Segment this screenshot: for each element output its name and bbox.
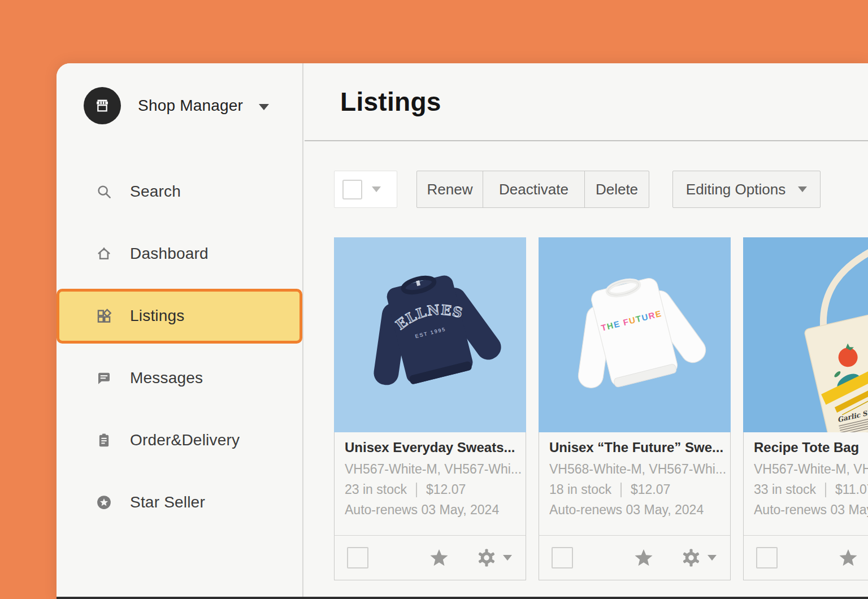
listing-image[interactable]: THE FUTURE	[539, 237, 731, 432]
sidebar-item-search[interactable]: Search	[57, 160, 302, 223]
chevron-down-icon	[798, 186, 807, 192]
listing-settings-dropdown[interactable]	[680, 547, 717, 568]
search-icon	[96, 183, 112, 200]
listing-card[interactable]: WELLNESS EST 1995 Unisex Everyday Sweats…	[334, 237, 526, 580]
listing-actions	[743, 535, 868, 580]
listings-grid-icon	[96, 307, 112, 324]
listing-stock: 23 in stock	[345, 482, 407, 497]
editing-options-dropdown[interactable]: Editing Options	[672, 171, 821, 208]
listing-card[interactable]: Garlic Shrimp Pasta	[743, 237, 868, 580]
sidebar-item-label: Order&Delivery	[130, 431, 240, 449]
screen-bottom-edge	[57, 597, 868, 599]
chevron-down-icon	[708, 555, 717, 561]
listing-checkbox[interactable]	[552, 547, 573, 568]
page-header: Listings	[305, 63, 868, 141]
listing-title: Unisex Everyday Sweats...	[345, 440, 526, 455]
sidebar-item-label: Listings	[130, 307, 185, 325]
listing-price: $11.07	[835, 482, 868, 497]
shop-avatar[interactable]	[84, 87, 121, 124]
listings-grid: WELLNESS EST 1995 Unisex Everyday Sweats…	[305, 237, 868, 580]
select-all-checkbox[interactable]	[342, 180, 362, 199]
listing-actions	[539, 535, 731, 580]
divider	[416, 483, 417, 497]
shop-manager-title: Shop Manager	[138, 97, 243, 115]
listings-toolbar: Renew Deactivate Delete Editing Options	[305, 171, 868, 208]
delete-button[interactable]: Delete	[584, 171, 649, 207]
main-content: Listings Renew Deactivate Delete Editing…	[305, 63, 868, 599]
editing-options-label: Editing Options	[686, 181, 785, 198]
listing-renewal: Auto-renews 03 May, 2024	[345, 502, 526, 518]
star-icon[interactable]	[428, 547, 450, 568]
home-icon	[96, 245, 112, 262]
listing-renewal: Auto-renews 03 May, 2024	[549, 502, 730, 518]
listing-image[interactable]: Garlic Shrimp Pasta	[743, 237, 868, 432]
listing-title: Recipe Tote Bag	[754, 440, 868, 455]
sidebar-nav: Search Dashboard	[57, 160, 302, 533]
clipboard-icon	[96, 432, 112, 449]
sidebar-item-star-seller[interactable]: Star Seller	[57, 471, 302, 533]
navy-sweatshirt-illustration: WELLNESS EST 1995	[334, 237, 526, 432]
sidebar-item-listings[interactable]: Listings	[57, 289, 302, 344]
page-title: Listings	[340, 86, 441, 117]
listing-actions	[334, 535, 526, 580]
chat-icon	[96, 370, 112, 387]
chevron-down-icon	[259, 104, 269, 110]
listing-image[interactable]: WELLNESS EST 1995	[334, 237, 526, 432]
listing-sku: VH567-White-M, VH567-Whi...	[345, 462, 526, 477]
listing-info: Unisex “The Future” Swe... VH568-White-M…	[539, 432, 731, 535]
gear-icon	[680, 547, 702, 568]
listing-stock: 33 in stock	[754, 482, 816, 497]
listing-checkbox[interactable]	[756, 547, 778, 568]
listing-sku: VH568-White-M, VH567-Whi...	[549, 462, 730, 477]
star-icon[interactable]	[837, 547, 860, 568]
sidebar-item-dashboard[interactable]: Dashboard	[57, 223, 302, 285]
star-icon[interactable]	[632, 547, 655, 568]
sidebar-item-label: Dashboard	[130, 245, 209, 263]
tote-bag-illustration: Garlic Shrimp Pasta	[743, 237, 868, 432]
listing-sku: VH567-White-M, VH567-Whi...	[754, 462, 868, 477]
sidebar-item-order-delivery[interactable]: Order&Delivery	[57, 409, 302, 471]
divider	[825, 483, 826, 497]
renew-button[interactable]: Renew	[417, 171, 483, 207]
select-all-dropdown[interactable]	[334, 171, 397, 208]
listing-settings-dropdown[interactable]	[476, 547, 512, 568]
star-circle-icon	[96, 494, 112, 511]
sidebar-item-label: Search	[130, 183, 181, 201]
listing-price: $12.07	[631, 482, 670, 497]
listing-stock: 18 in stock	[549, 482, 611, 497]
deactivate-button[interactable]: Deactivate	[483, 171, 584, 207]
divider	[620, 483, 622, 497]
gear-icon	[476, 547, 497, 568]
shop-manager-menu[interactable]: Shop Manager	[57, 87, 302, 124]
chevron-down-icon	[503, 555, 512, 561]
storefront-icon	[93, 96, 112, 115]
sidebar: Shop Manager Search	[57, 63, 303, 599]
sidebar-item-messages[interactable]: Messages	[57, 347, 302, 409]
screen: Shop Manager Search	[0, 0, 868, 599]
listing-card[interactable]: THE FUTURE Unisex “The Future” Swe... VH…	[539, 237, 731, 580]
listing-title: Unisex “The Future” Swe...	[549, 440, 730, 455]
bulk-actions: Renew Deactivate Delete	[416, 171, 649, 208]
sidebar-item-label: Star Seller	[130, 493, 205, 511]
listing-info: Unisex Everyday Sweats... VH567-White-M,…	[334, 432, 526, 535]
listing-checkbox[interactable]	[347, 547, 368, 568]
white-sweatshirt-illustration: THE FUTURE	[539, 237, 731, 432]
listing-price: $12.07	[426, 482, 466, 497]
listing-info: Recipe Tote Bag VH567-White-M, VH567-Whi…	[743, 432, 868, 535]
chevron-down-icon	[372, 186, 381, 192]
app-window: Shop Manager Search	[57, 63, 868, 599]
sidebar-item-label: Messages	[130, 369, 203, 387]
listing-renewal: Auto-renews 03 May, 2024	[754, 502, 868, 518]
